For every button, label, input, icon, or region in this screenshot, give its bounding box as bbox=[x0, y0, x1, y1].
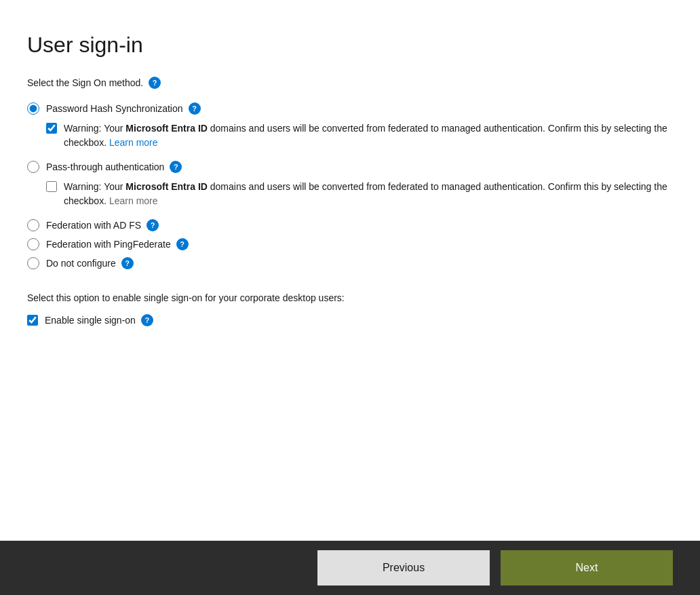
sign-on-options: Password Hash Synchronization ? Warning:… bbox=[27, 102, 673, 276]
ping-help-icon[interactable]: ? bbox=[176, 238, 189, 250]
radio-none[interactable]: Do not configure ? bbox=[27, 257, 673, 269]
section-help-icon[interactable]: ? bbox=[149, 77, 161, 89]
radio-pta-label[interactable]: Pass-through authentication ? bbox=[46, 161, 182, 173]
radio-ping-input[interactable] bbox=[27, 238, 39, 250]
footer: Previous Next bbox=[0, 541, 700, 595]
radio-ping-label[interactable]: Federation with PingFederate ? bbox=[46, 238, 189, 250]
sso-checkbox-label[interactable]: Enable single sign-on ? bbox=[45, 314, 153, 326]
radio-pta-input[interactable] bbox=[27, 161, 39, 173]
phs-learn-more-link[interactable]: Learn more bbox=[109, 137, 158, 148]
pta-warning: Warning: Your Microsoft Entra ID domains… bbox=[46, 180, 673, 208]
section-label: Select the Sign On method. ? bbox=[27, 77, 673, 89]
radio-adfs-label[interactable]: Federation with AD FS ? bbox=[46, 219, 159, 231]
sso-checkbox[interactable] bbox=[27, 315, 38, 326]
phs-warning-checkbox[interactable] bbox=[46, 123, 57, 134]
phs-warning: Warning: Your Microsoft Entra ID domains… bbox=[46, 121, 673, 150]
adfs-help-icon[interactable]: ? bbox=[147, 219, 159, 231]
radio-none-input[interactable] bbox=[27, 257, 39, 269]
pta-warning-checkbox[interactable] bbox=[46, 181, 57, 192]
pta-warning-text[interactable]: Warning: Your Microsoft Entra ID domains… bbox=[64, 180, 673, 208]
pta-learn-more-link: Learn more bbox=[109, 195, 158, 206]
main-content: User sign-in Select the Sign On method. … bbox=[0, 0, 700, 541]
page-title: User sign-in bbox=[27, 33, 673, 58]
sso-section-label: Select this option to enable single sign… bbox=[27, 292, 673, 303]
radio-adfs-input[interactable] bbox=[27, 219, 39, 231]
previous-button[interactable]: Previous bbox=[317, 550, 490, 586]
phs-warning-text[interactable]: Warning: Your Microsoft Entra ID domains… bbox=[64, 121, 673, 150]
radio-phs-input[interactable] bbox=[27, 102, 39, 115]
radio-pta[interactable]: Pass-through authentication ? bbox=[27, 161, 673, 173]
radio-none-label[interactable]: Do not configure ? bbox=[46, 257, 134, 269]
radio-phs[interactable]: Password Hash Synchronization ? bbox=[27, 102, 673, 115]
section-label-text: Select the Sign On method. bbox=[27, 77, 143, 88]
next-button[interactable]: Next bbox=[501, 550, 673, 586]
none-help-icon[interactable]: ? bbox=[121, 257, 134, 269]
sso-section: Select this option to enable single sign… bbox=[27, 292, 673, 326]
radio-ping[interactable]: Federation with PingFederate ? bbox=[27, 238, 673, 250]
sso-help-icon[interactable]: ? bbox=[141, 314, 153, 326]
pta-help-icon[interactable]: ? bbox=[170, 161, 182, 173]
radio-adfs[interactable]: Federation with AD FS ? bbox=[27, 219, 673, 231]
phs-help-icon[interactable]: ? bbox=[189, 102, 201, 115]
sso-checkbox-item[interactable]: Enable single sign-on ? bbox=[27, 314, 673, 326]
radio-phs-label[interactable]: Password Hash Synchronization ? bbox=[46, 102, 201, 115]
